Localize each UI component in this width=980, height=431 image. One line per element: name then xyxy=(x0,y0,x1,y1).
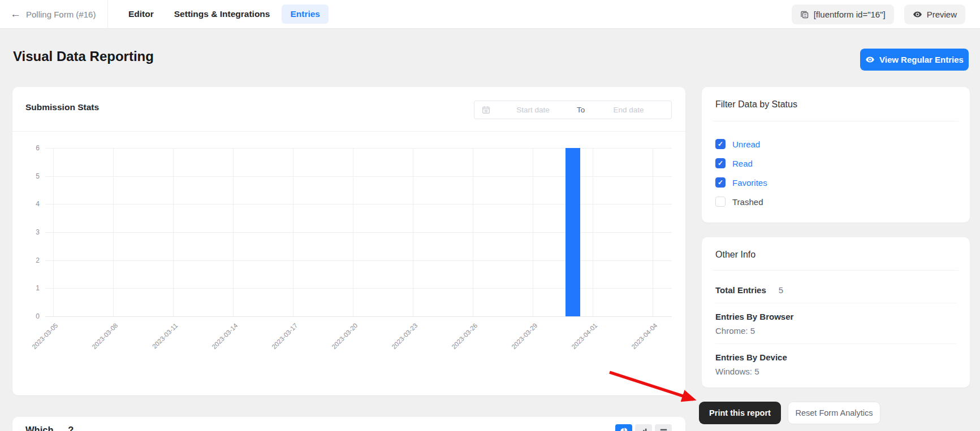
entries-by-device-label: Entries By Device xyxy=(715,352,956,362)
copy-icon xyxy=(800,10,809,19)
shortcode-button[interactable]: [fluentform id="16"] xyxy=(792,5,894,24)
status-filter-list: ✓ Unread ✓ Read ✓ Favorites ✓ Trashed xyxy=(715,134,956,211)
divider xyxy=(713,270,959,271)
filter-option-unread[interactable]: ✓ Unread xyxy=(715,134,956,154)
y-axis-tick-label: 1 xyxy=(26,284,40,292)
x-axis-tick-label: 2023-04-04 xyxy=(617,322,659,364)
submission-stats-title: Submission Stats xyxy=(25,102,99,112)
read-label[interactable]: Read xyxy=(732,159,753,168)
divider xyxy=(713,121,959,121)
entries-by-device-value: Windows: 5 xyxy=(715,367,956,376)
entries-by-browser-value: Chrome: 5 xyxy=(715,326,956,336)
divider xyxy=(107,0,108,28)
unread-checkbox[interactable]: ✓ xyxy=(715,139,726,149)
bar-chart-toggle-button[interactable] xyxy=(635,424,652,431)
y-axis-tick-label: 6 xyxy=(26,144,40,152)
page-title: Visual Data Reporting xyxy=(13,49,154,64)
tab-editor[interactable]: Editor xyxy=(120,5,162,24)
unread-label[interactable]: Unread xyxy=(732,140,760,149)
x-axis-tick-label: 2023-04-01 xyxy=(557,322,599,364)
divider xyxy=(12,131,685,132)
back-arrow-icon[interactable]: ← xyxy=(10,0,21,28)
view-regular-entries-button[interactable]: View Regular Entries xyxy=(860,49,969,71)
poll-question-card: Which … ? xyxy=(12,417,685,431)
total-entries-value: 5 xyxy=(779,285,783,295)
date-range-picker[interactable]: Start date To End date xyxy=(474,101,672,119)
preview-button[interactable]: Preview xyxy=(904,5,965,24)
other-info-title: Other Info xyxy=(715,250,755,260)
check-icon: ✓ xyxy=(718,141,723,147)
view-regular-entries-label: View Regular Entries xyxy=(879,55,964,64)
entries-by-browser-label: Entries By Browser xyxy=(715,312,956,321)
favorites-checkbox[interactable]: ✓ xyxy=(715,177,726,188)
y-axis-tick-label: 3 xyxy=(26,228,40,236)
filter-card-title: Filter Data by Status xyxy=(715,99,797,110)
trashed-label[interactable]: Trashed xyxy=(732,197,763,207)
entries-by-device-row: Entries By Device Windows: 5 xyxy=(715,344,956,384)
pie-chart-icon xyxy=(620,428,628,431)
eye-icon xyxy=(913,10,922,19)
pie-chart-toggle-button[interactable] xyxy=(615,424,632,431)
x-axis-tick-label: 2023-03-11 xyxy=(137,322,179,364)
total-entries-row: Total Entries 5 xyxy=(715,277,956,303)
x-axis-tick-label: 2023-03-23 xyxy=(377,322,419,364)
filter-option-read[interactable]: ✓ Read xyxy=(715,154,956,173)
x-axis-tick-label: 2023-03-26 xyxy=(437,322,479,364)
x-axis-tick-label: 2023-03-08 xyxy=(77,322,119,364)
other-info-rows: Total Entries 5 Entries By Browser Chrom… xyxy=(715,277,956,384)
y-axis-tick-label: 0 xyxy=(26,312,40,320)
x-axis-tick-label: 2023-03-17 xyxy=(257,322,299,364)
topbar-actions: [fluentform id="16"] Preview xyxy=(792,5,965,24)
filter-data-by-status-card: Filter Data by Status ✓ Unread ✓ Read ✓ … xyxy=(702,87,970,223)
submission-stats-card: Submission Stats Start date To End date … xyxy=(12,87,685,395)
entries-by-browser-row: Entries By Browser Chrome: 5 xyxy=(715,303,956,344)
check-icon: ✓ xyxy=(718,160,723,167)
tab-settings-integrations[interactable]: Settings & Integrations xyxy=(166,5,279,24)
tab-entries[interactable]: Entries xyxy=(282,5,329,24)
submission-bar xyxy=(565,148,580,316)
chart-type-toggles xyxy=(615,424,672,431)
print-report-button[interactable]: Print this report xyxy=(699,402,781,424)
start-date-input[interactable]: Start date xyxy=(490,106,576,114)
check-icon: ✓ xyxy=(718,179,723,186)
form-title: Polling Form (#16) xyxy=(26,0,96,28)
form-tabs: Editor Settings & Integrations Entries xyxy=(120,0,329,28)
shortcode-label: [fluentform id="16"] xyxy=(814,10,886,19)
filter-option-favorites[interactable]: ✓ Favorites xyxy=(715,173,956,192)
y-axis-tick-label: 2 xyxy=(26,256,40,264)
date-range-separator: To xyxy=(576,106,586,114)
x-axis-tick-label: 2023-03-20 xyxy=(317,322,359,364)
bar-chart-icon xyxy=(640,428,647,431)
y-axis-tick-label: 5 xyxy=(26,172,40,180)
end-date-input[interactable]: End date xyxy=(586,106,671,114)
reset-form-analytics-button[interactable]: Reset Form Analytics xyxy=(788,402,880,424)
calendar-icon xyxy=(482,106,490,114)
topbar: ← Polling Form (#16) Editor Settings & I… xyxy=(0,0,980,29)
other-info-card: Other Info Total Entries 5 Entries By Br… xyxy=(702,237,970,388)
horizontal-bar-chart-toggle-button[interactable] xyxy=(655,424,672,431)
preview-label: Preview xyxy=(927,10,957,19)
horizontal-bar-chart-icon xyxy=(660,428,667,431)
x-axis-tick-label: 2023-03-29 xyxy=(497,322,539,364)
trashed-checkbox[interactable]: ✓ xyxy=(715,197,726,207)
poll-question-title: Which … ? xyxy=(25,425,74,431)
submission-stats-chart: 01234562023-03-052023-03-082023-03-11202… xyxy=(45,148,672,316)
x-axis-tick-label: 2023-03-05 xyxy=(18,322,59,364)
x-axis-tick-label: 2023-03-14 xyxy=(197,322,239,364)
total-entries-label: Total Entries xyxy=(715,285,766,295)
filter-option-trashed[interactable]: ✓ Trashed xyxy=(715,192,956,211)
y-axis-tick-label: 4 xyxy=(26,200,40,208)
favorites-label[interactable]: Favorites xyxy=(732,178,767,188)
read-checkbox[interactable]: ✓ xyxy=(715,158,726,168)
eye-icon xyxy=(865,55,875,64)
